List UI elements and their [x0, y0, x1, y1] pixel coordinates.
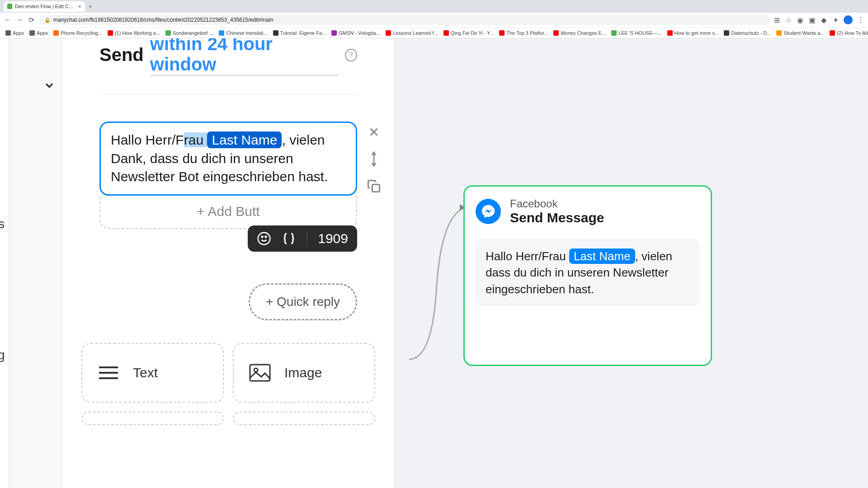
bookmark-item[interactable]: Phone Recycling...: [52, 29, 104, 37]
bookmark-favicon: [331, 30, 337, 36]
preview-variable-chip: Last Name: [569, 249, 635, 264]
variable-icon[interactable]: [282, 232, 296, 245]
canvas-area[interactable]: Facebook Send Message Hallo Herr/Frau La…: [393, 38, 868, 488]
puzzle-icon[interactable]: ✦: [832, 16, 839, 23]
svg-point-1: [262, 236, 263, 237]
bookmark-item[interactable]: Apps: [28, 29, 50, 37]
bookmark-item[interactable]: (2) How To Add A...: [828, 29, 868, 37]
quick-reply-label: + Quick reply: [266, 295, 340, 309]
translate-icon[interactable]: ⊞: [773, 16, 780, 23]
browser-tab[interactable]: Den ersten Flow | Edit Content ×: [4, 1, 85, 12]
bookmark-favicon: [667, 30, 673, 36]
add-image-card[interactable]: Image: [233, 343, 375, 403]
bookmark-label: Money Changes E...: [561, 30, 606, 36]
bookmark-favicon: [53, 30, 59, 36]
bookmark-favicon: [499, 30, 505, 36]
bookmark-favicon: [776, 30, 782, 36]
emoji-icon[interactable]: [257, 231, 271, 246]
svg-point-2: [265, 236, 267, 237]
preview-card[interactable]: Facebook Send Message Hallo Herr/Frau La…: [463, 185, 712, 366]
message-block[interactable]: Hallo Herr/Frau Last Name, vielen Dank, …: [99, 122, 357, 196]
bookmark-label: Tutorial: Eigene Fa...: [280, 30, 326, 36]
bookmark-label: (1) How Working a...: [115, 30, 160, 36]
bookmark-label: Qing Fei De Yi - Y...: [451, 30, 494, 36]
bookmark-label: The Top 3 Platfor...: [506, 30, 548, 36]
content-area: ls g Send within 24 hour window ? Hallo …: [0, 38, 868, 488]
content-type-grid: Text Image: [63, 343, 393, 403]
msg-text-before: Hallo Herr/F: [111, 132, 184, 147]
preview-bubble: Hallo Herr/Frau Last Name, vielen dass d…: [476, 239, 700, 306]
image-card-label: Image: [284, 365, 322, 380]
bookmark-item[interactable]: Sonderangebot! ...: [164, 29, 216, 37]
delete-block-icon[interactable]: [366, 124, 382, 140]
ext-icon-3[interactable]: ◆: [820, 16, 827, 23]
add-button-row[interactable]: + Add Butt: [99, 195, 357, 229]
lock-icon: 🔒: [44, 17, 51, 23]
msg-text-highlighted: rau: [184, 132, 208, 147]
bookmark-label: GMSN - Vologda...: [339, 30, 380, 36]
back-button[interactable]: ←: [4, 16, 12, 24]
profile-avatar[interactable]: [844, 15, 853, 24]
connector-line: [409, 201, 472, 364]
preview-title-group: Facebook Send Message: [510, 197, 604, 225]
char-count: 1909: [318, 231, 348, 246]
menu-icon[interactable]: ⋮: [857, 16, 864, 23]
apps-button[interactable]: ⠿Apps: [4, 29, 26, 37]
bookmark-item[interactable]: Student Wants a...: [774, 29, 826, 37]
add-card-3[interactable]: [81, 412, 224, 425]
image-icon: [247, 360, 273, 385]
url-bar[interactable]: 🔒 manychat.com/fb1981502081920618/cms/fi…: [39, 15, 769, 25]
preview-text-before: Hallo Herr/Frau: [486, 249, 569, 263]
svg-point-11: [254, 368, 258, 372]
bookmark-item[interactable]: LEE 'S HOUSE—...: [609, 29, 664, 37]
new-tab-button[interactable]: +: [89, 3, 92, 10]
block-side-actions: [366, 124, 382, 194]
tab-close-icon[interactable]: ×: [78, 3, 81, 10]
sidebar-peek: ls g: [0, 38, 9, 488]
preview-action: Send Message: [510, 210, 604, 225]
bookmark-item[interactable]: Qing Fei De Yi - Y...: [442, 29, 496, 37]
bookmark-label: How to get more v...: [675, 30, 719, 36]
bookmark-item[interactable]: How to get more v...: [665, 29, 721, 37]
move-block-icon[interactable]: [366, 151, 382, 167]
divider: [99, 94, 357, 94]
nav-bar: ← → ⟳ 🔒 manychat.com/fb1981502081920618/…: [0, 13, 868, 27]
variable-chip-lastname[interactable]: Last Name: [207, 131, 282, 148]
bookmark-item[interactable]: Lessons Learned f...: [384, 29, 440, 37]
quick-reply-button[interactable]: + Quick reply: [249, 283, 357, 320]
ext-icon-2[interactable]: ▣: [808, 16, 816, 23]
bookmark-item[interactable]: Datenschutz - D...: [722, 29, 773, 37]
messenger-icon: [476, 199, 501, 224]
collapse-chevron-icon[interactable]: [43, 79, 56, 94]
sidebar-text-1: ls: [0, 217, 5, 231]
bookmark-label: (2) How To Add A...: [837, 30, 868, 36]
bookmark-item[interactable]: GMSN - Vologda...: [330, 29, 382, 37]
add-card-4[interactable]: [233, 412, 375, 425]
bookmark-favicon: [724, 30, 729, 36]
message-text-area[interactable]: Hallo Herr/Frau Last Name, vielen Dank, …: [101, 123, 356, 194]
text-toolbar: 1909: [248, 225, 357, 252]
bookmark-favicon: [830, 30, 835, 36]
star-icon[interactable]: ☆: [785, 16, 792, 23]
add-text-card[interactable]: Text: [81, 343, 224, 403]
toolbar-icons: ⊞ ☆ ◉ ▣ ◆ ✦ ⋮: [773, 15, 864, 24]
editor-panel: Send within 24 hour window ? Hallo Herr/…: [63, 38, 393, 488]
bookmark-item[interactable]: The Top 3 Platfor...: [497, 29, 550, 37]
bookmark-item[interactable]: Tutorial: Eigene Fa...: [271, 29, 328, 37]
duplicate-block-icon[interactable]: [366, 178, 382, 194]
svg-rect-6: [372, 184, 379, 192]
tab-title: Den ersten Flow | Edit Content: [15, 4, 75, 9]
svg-point-0: [258, 232, 270, 244]
bookmark-favicon: [443, 30, 449, 36]
help-icon[interactable]: ?: [345, 49, 357, 61]
bookmark-item[interactable]: (1) How Working a...: [106, 29, 162, 37]
ext-icon-1[interactable]: ◉: [797, 16, 804, 23]
preview-header: Facebook Send Message: [476, 197, 700, 225]
bookmark-item[interactable]: Chinese translati...: [217, 29, 269, 37]
reload-button[interactable]: ⟳: [27, 16, 35, 24]
heading-link[interactable]: within 24 hour window: [150, 38, 339, 76]
bookmark-label: Datenschutz - D...: [731, 30, 771, 36]
bookmark-item[interactable]: Money Changes E...: [552, 29, 608, 37]
bookmark-favicon: [165, 30, 171, 36]
forward-button[interactable]: →: [15, 16, 24, 24]
